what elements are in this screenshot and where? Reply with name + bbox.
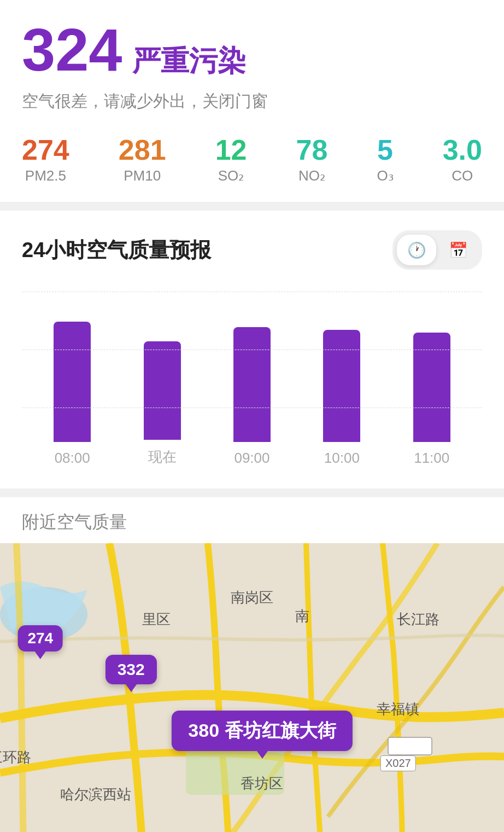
pollutant-item: 12SO₂ [215,136,247,184]
pollutant-item: 281PM10 [119,136,166,184]
bar-time-label: 08:00 [55,450,90,467]
calendar-icon: 📅 [449,241,468,259]
bar-time-label: 09:00 [234,450,269,467]
bar [233,327,271,442]
bar [144,341,181,440]
bar [54,322,91,442]
aqi-description: 空气很差，请减少外出，关闭门窗 [22,90,482,113]
bar-group: 08:00 [54,322,91,467]
map-pin[interactable]: 274 [17,625,63,651]
pin-bubble: 380 香坊红旗大街 [172,711,352,751]
map-pin[interactable]: 380 香坊红旗大街 [172,711,352,751]
pollutant-item: 5O₃ [377,136,393,184]
svg-rect-3 [388,737,432,755]
map-container[interactable]: 南岗区长江路幸福镇香坊区三环路哈尔滨西站里区南X027274332380 香坊红… [0,543,504,832]
map-card: 附近空气质量 [0,497,504,832]
bar-time-label: 11:00 [414,450,449,467]
bar-group: 11:00 [413,333,450,467]
pollutant-value: 274 [22,136,69,164]
pollutant-value: 12 [215,136,247,164]
pollutant-item: 3.0CO [443,136,482,184]
toggle-calendar-button[interactable]: 📅 [438,235,478,265]
pollutant-name: PM10 [124,167,161,184]
toggle-clock-button[interactable]: 🕐 [397,235,436,265]
aqi-number: 324 [22,20,122,80]
map-background [0,543,504,832]
bar-time-label: 现在 [148,447,177,467]
pollutant-name: CO [452,167,473,184]
pollutant-item: 274PM2.5 [22,136,69,184]
pollutant-value: 281 [119,136,166,164]
pollutant-name: SO₂ [218,167,244,184]
bar-time-label: 10:00 [324,450,360,467]
bar [323,330,360,442]
nearby-title: 附近空气质量 [0,497,504,543]
pollutant-value: 5 [377,136,393,164]
pollutants-row: 274PM2.5281PM1012SO₂78NO₂5O₃3.0CO [22,130,482,184]
pollutant-value: 78 [296,136,328,164]
bar-group: 现在 [144,341,181,467]
pollutant-value: 3.0 [443,136,482,164]
aqi-level: 严重污染 [132,42,246,80]
forecast-title: 24小时空气质量预报 [22,236,211,264]
bar-group: 09:00 [233,327,271,467]
pollutant-item: 78NO₂ [296,136,328,184]
pollutant-name: NO₂ [298,167,325,184]
bar-chart: 08:00现在09:0010:0011:00 [22,292,482,467]
aqi-card: 324 严重污染 空气很差，请减少外出，关闭门窗 274PM2.5281PM10… [0,0,504,202]
aqi-header: 324 严重污染 [22,20,482,80]
forecast-toggle: 🕐 📅 [392,230,482,270]
forecast-header: 24小时空气质量预报 🕐 📅 [22,230,482,270]
pin-bubble: 332 [106,655,157,684]
forecast-card: 24小时空气质量预报 🕐 📅 08:00现在09:0010:0011:00 [0,211,504,488]
bar [413,333,450,442]
pollutant-name: O₃ [377,167,393,184]
bar-group: 10:00 [323,330,360,467]
clock-icon: 🕐 [407,241,426,259]
map-pin[interactable]: 332 [106,655,157,684]
pollutant-name: PM2.5 [25,167,66,184]
pin-bubble: 274 [17,625,63,651]
